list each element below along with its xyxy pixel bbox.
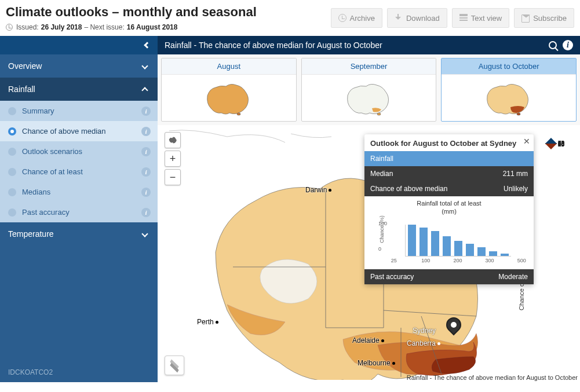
subscribe-button[interactable]: Subscribe: [514, 8, 574, 28]
sidebar: Overview Rainfall Summaryi Chance of abo…: [0, 36, 158, 382]
thumb-september[interactable]: September: [301, 58, 437, 122]
chart-bar: [489, 251, 497, 256]
radio-icon: [8, 148, 16, 156]
thumb-map: [162, 75, 296, 121]
clock-icon: [6, 24, 13, 31]
info-icon[interactable]: i: [141, 167, 151, 177]
zoom-out-button[interactable]: −: [165, 169, 181, 185]
svg-point-0: [237, 113, 240, 115]
issued-label: Issued:: [16, 23, 39, 31]
close-icon[interactable]: ✕: [523, 137, 530, 146]
info-icon[interactable]: i: [141, 208, 151, 217]
thumb-august[interactable]: August: [161, 58, 297, 122]
textview-button[interactable]: Text view: [452, 8, 509, 28]
period-thumbs: August September August to October: [158, 54, 580, 125]
chart-xtick: 100: [420, 258, 432, 263]
legend-arrow-up-icon: [545, 138, 557, 144]
popup-rainfall-label: Rainfall: [370, 155, 393, 163]
chevron-down-icon: [141, 63, 148, 69]
chart-xtick: [468, 258, 480, 263]
zoom-controls: + −: [165, 132, 181, 188]
sidebar-rainfall-label: Rainfall: [8, 85, 35, 94]
thumb-label: August to October: [442, 58, 576, 75]
chart-xticks: 25100200300500: [370, 258, 528, 263]
map[interactable]: + − Darwin Perth Adelaide Melbourne Canb…: [158, 125, 580, 382]
info-icon[interactable]: i: [141, 147, 151, 156]
top-buttons: Archive Download Text view Subscribe: [331, 8, 574, 28]
sidebar-item-label: Chance of at least: [22, 167, 83, 176]
sidebar-item-outlook-scenarios[interactable]: Outlook scenariosi: [0, 141, 158, 162]
legend-ticks: 80757065605550454035302520: [557, 135, 571, 371]
chart-bar: [477, 247, 486, 256]
sidebar-item-chance-above-median[interactable]: Chance of above mediani: [0, 121, 158, 141]
sidebar-item-label: Medians: [22, 188, 50, 196]
issued-date: 26 July 2018: [41, 23, 82, 31]
next-date: 16 August 2018: [127, 23, 178, 31]
sidebar-collapse-button[interactable]: [0, 36, 158, 54]
radio-icon: [8, 127, 16, 135]
sidebar-item-summary[interactable]: Summaryi: [0, 101, 158, 121]
sidebar-item-chance-at-least[interactable]: Chance of at leasti: [0, 162, 158, 182]
map-caption: Rainfall - The chance of above median fo…: [407, 374, 578, 381]
info-icon[interactable]: i: [141, 127, 151, 136]
sidebar-item-past-accuracy[interactable]: Past accuracyi: [0, 202, 158, 222]
textview-label: Text view: [471, 14, 502, 23]
download-label: Download: [406, 14, 440, 23]
chevron-down-icon: [141, 230, 148, 237]
mail-icon: [521, 14, 530, 23]
download-button[interactable]: Download: [387, 8, 447, 28]
chevron-up-icon: [141, 87, 148, 93]
popup-median-value: 211 mm: [503, 170, 528, 178]
city-melbourne: Melbourne: [358, 359, 395, 367]
popup-chance-label: Chance of above median: [370, 185, 447, 193]
sidebar-item-label: Summary: [22, 107, 54, 115]
header: Climate outlooks – monthly and seasonal …: [0, 0, 580, 35]
chart-bar: [431, 231, 439, 256]
archive-button[interactable]: Archive: [331, 8, 382, 28]
layers-icon: [169, 360, 180, 371]
zoom-reset-button[interactable]: [165, 132, 181, 148]
chart-bar: [443, 236, 451, 256]
layers-button[interactable]: [165, 356, 184, 375]
chart-title-1: Rainfall total of at least: [370, 200, 528, 207]
popup-chance-value: Unlikely: [504, 185, 528, 193]
content-title-bar: Rainfall - The chance of above median fo…: [158, 36, 580, 54]
sidebar-section-rainfall[interactable]: Rainfall: [0, 78, 158, 101]
sidebar-footer-code: IDCKOATCO2: [0, 362, 158, 382]
content: Rainfall - The chance of above median fo…: [158, 36, 580, 382]
zoom-in-button[interactable]: +: [165, 151, 181, 167]
radio-icon: [8, 168, 16, 176]
chart-bar: [454, 241, 462, 256]
archive-label: Archive: [350, 14, 375, 23]
popup-chart: Rainfall total of at least (mm) Chance (…: [364, 196, 534, 269]
radio-icon: [8, 188, 16, 196]
chart-xtick: 200: [451, 258, 464, 263]
city-perth: Perth: [197, 318, 218, 326]
popup-row-median: Median211 mm: [364, 166, 534, 181]
info-icon[interactable]: i: [141, 107, 151, 116]
city-sydney: Sydney: [413, 327, 436, 335]
thumb-aug-oct[interactable]: August to October: [441, 58, 577, 122]
content-title: Rainfall - The chance of above median fo…: [165, 41, 382, 50]
chart-xtick: [404, 258, 417, 263]
chart-xtick: 300: [483, 258, 496, 263]
legend-arrow-down-icon: [545, 144, 557, 149]
thumb-map: [442, 75, 576, 121]
chart-title-2: (mm): [370, 208, 528, 215]
sidebar-item-label: Outlook scenarios: [22, 147, 82, 156]
chevron-left-icon: [144, 42, 150, 48]
subscribe-label: Subscribe: [533, 14, 567, 23]
info-icon[interactable]: i: [563, 40, 573, 50]
main: Overview Rainfall Summaryi Chance of abo…: [0, 35, 580, 382]
popup-past-label: Past accuracy: [370, 273, 414, 281]
chart-bar: [501, 254, 509, 256]
info-icon[interactable]: i: [141, 188, 151, 197]
search-icon[interactable]: [549, 41, 557, 49]
chart-xtick: [436, 258, 448, 263]
sidebar-section-temperature[interactable]: Temperature: [0, 222, 158, 246]
text-icon: [459, 14, 468, 22]
city-adelaide: Adelaide: [352, 336, 384, 345]
sidebar-item-medians[interactable]: Mediansi: [0, 182, 158, 202]
sidebar-section-overview[interactable]: Overview: [0, 54, 158, 78]
chart-bars: [405, 225, 511, 257]
